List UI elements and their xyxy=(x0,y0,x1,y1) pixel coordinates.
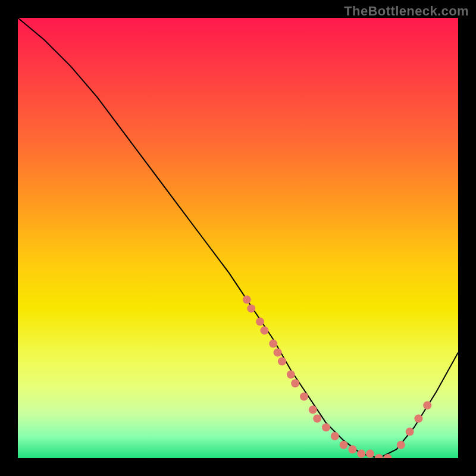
marker-dot xyxy=(423,401,431,409)
marker-dot xyxy=(322,423,330,431)
marker-dot xyxy=(278,357,286,365)
marker-dot xyxy=(357,450,365,458)
marker-dot xyxy=(397,441,405,449)
marker-dot xyxy=(309,406,317,414)
marker-dot xyxy=(260,326,268,334)
marker-dot xyxy=(406,428,414,436)
watermark-label: TheBottleneck.com xyxy=(344,4,469,19)
marker-dot xyxy=(247,304,255,312)
marker-dot xyxy=(375,454,383,458)
marker-dot xyxy=(340,441,348,449)
markers-group xyxy=(243,296,431,458)
marker-dot xyxy=(331,432,339,440)
marker-dot xyxy=(274,348,282,356)
marker-dot xyxy=(313,414,321,422)
chart-frame: TheBottleneck.com xyxy=(0,0,476,476)
marker-dot xyxy=(256,318,264,326)
marker-dot xyxy=(243,296,251,304)
marker-dot xyxy=(348,445,356,453)
plot-area xyxy=(18,18,458,458)
marker-dot xyxy=(300,392,308,400)
bottleneck-curve xyxy=(18,18,458,458)
marker-dot xyxy=(414,414,422,422)
marker-dot xyxy=(269,340,277,348)
curve-svg xyxy=(18,18,458,458)
marker-dot xyxy=(291,379,299,387)
marker-dot xyxy=(366,450,374,458)
marker-dot xyxy=(287,370,295,378)
